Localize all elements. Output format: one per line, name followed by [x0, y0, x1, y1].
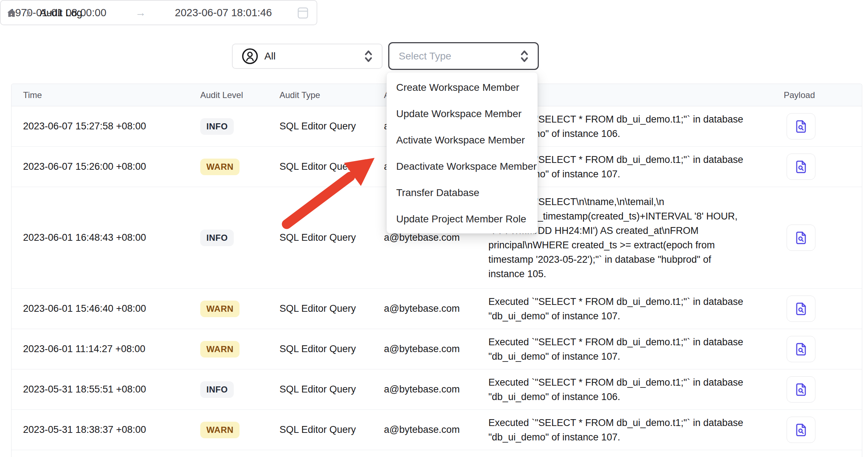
time-cell: 2023-06-01 11:14:27 +08:00	[23, 343, 200, 355]
audit-type-cell: SQL Editor Query	[279, 303, 384, 314]
dropdown-option[interactable]: Create Workspace Member	[387, 74, 537, 101]
dropdown-option[interactable]: Deactivate Workspace Member	[387, 153, 537, 179]
file-search-icon	[793, 342, 809, 357]
actor-filter-select[interactable]: All	[232, 44, 382, 69]
page-title: Audit Log	[40, 7, 82, 19]
audit-level-badge: WARN	[200, 159, 240, 175]
date-range-end[interactable]: 2023-06-07 18:01:46	[175, 7, 272, 19]
home-icon[interactable]	[6, 8, 17, 18]
calendar-icon	[297, 6, 309, 19]
time-cell: 2023-06-07 15:26:00 +08:00	[23, 161, 200, 172]
type-filter-placeholder: Select Type	[399, 50, 519, 62]
audit-level-badge: WARN	[200, 422, 240, 438]
dropdown-option[interactable]: Activate Workspace Member	[387, 127, 537, 153]
view-payload-button[interactable]	[787, 336, 815, 362]
time-cell: 2023-05-31 18:38:37 +08:00	[23, 424, 200, 435]
table-row: 2023-06-01 11:14:27 +08:00 WARN SQL Edit…	[12, 329, 862, 369]
file-search-icon	[793, 230, 809, 245]
column-header: Payload	[784, 90, 863, 100]
up-down-chevron-icon	[363, 49, 374, 63]
comment-cell: Executed `"SELECT * FROM db_ui_demo.t1;"…	[488, 375, 766, 404]
view-payload-button[interactable]	[787, 154, 815, 180]
table-row-partial	[12, 450, 862, 457]
chevron-right-icon	[25, 9, 32, 17]
actor-cell: a@bytebase.com	[384, 384, 488, 395]
audit-type-cell: SQL Editor Query	[279, 121, 384, 132]
view-payload-button[interactable]	[787, 376, 815, 403]
user-circle-icon	[241, 48, 259, 65]
audit-type-cell: SQL Editor Query	[279, 161, 384, 172]
actor-filter-value: All	[264, 50, 363, 62]
time-cell: 2023-06-01 15:46:40 +08:00	[23, 303, 200, 314]
view-payload-button[interactable]	[787, 113, 815, 139]
arrow-right-icon: →	[131, 6, 149, 19]
table-row: 2023-06-01 15:46:40 +08:00 WARN SQL Edit…	[12, 289, 862, 329]
dropdown-option[interactable]: Transfer Database	[387, 179, 537, 206]
type-dropdown-menu: Create Workspace MemberUpdate Workspace …	[386, 72, 538, 234]
time-cell: 2023-06-07 15:27:58 +08:00	[23, 121, 200, 132]
column-header: Audit Type	[279, 90, 384, 100]
audit-type-cell: SQL Editor Query	[279, 232, 384, 243]
audit-level-badge: INFO	[200, 381, 234, 398]
audit-type-cell: SQL Editor Query	[279, 424, 384, 435]
comment-cell: Executed `"SELECT * FROM db_ui_demo.t1;"…	[488, 335, 766, 364]
view-payload-button[interactable]	[787, 225, 815, 251]
file-search-icon	[793, 422, 809, 438]
file-search-icon	[793, 382, 809, 397]
file-search-icon	[793, 301, 809, 316]
table-row: 2023-05-31 18:38:37 +08:00 WARN SQL Edit…	[12, 410, 862, 450]
actor-cell: a@bytebase.com	[384, 303, 488, 314]
type-filter-select[interactable]: Select Type	[388, 42, 539, 70]
up-down-chevron-icon	[519, 49, 530, 63]
dropdown-option[interactable]: Update Workspace Member	[387, 101, 537, 127]
comment-cell: Executed `"SELECT * FROM db_ui_demo.t1;"…	[488, 294, 766, 323]
column-header: Time	[23, 90, 200, 100]
view-payload-button[interactable]	[787, 296, 815, 322]
view-payload-button[interactable]	[787, 417, 815, 443]
time-cell: 2023-05-31 18:55:51 +08:00	[23, 384, 200, 395]
audit-type-cell: SQL Editor Query	[279, 343, 384, 355]
audit-level-badge: WARN	[200, 301, 240, 317]
audit-level-badge: WARN	[200, 341, 240, 358]
audit-level-badge: INFO	[200, 118, 234, 135]
comment-cell: Executed `"SELECT * FROM db_ui_demo.t1;"…	[488, 416, 766, 444]
actor-cell: a@bytebase.com	[384, 232, 488, 243]
file-search-icon	[793, 119, 809, 134]
file-search-icon	[793, 159, 809, 174]
breadcrumb: Audit Log	[6, 5, 82, 21]
table-row: 2023-05-31 18:55:51 +08:00 INFO SQL Edit…	[12, 369, 862, 410]
audit-type-cell: SQL Editor Query	[279, 384, 384, 395]
dropdown-option[interactable]: Update Project Member Role	[387, 206, 537, 232]
column-header: Audit Level	[200, 90, 279, 100]
actor-cell: a@bytebase.com	[384, 424, 488, 435]
audit-level-badge: INFO	[200, 230, 234, 246]
time-cell: 2023-06-01 16:48:43 +08:00	[23, 232, 200, 243]
actor-cell: a@bytebase.com	[384, 343, 488, 355]
